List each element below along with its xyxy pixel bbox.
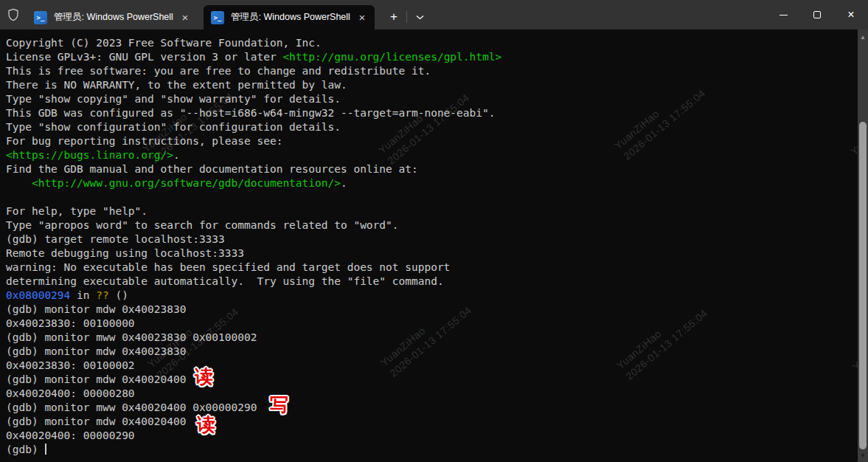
terminal-line: <https://bugs.linaro.org/>.: [6, 148, 856, 162]
tab-title: 管理员: Windows PowerShell: [54, 11, 178, 24]
terminal-line: (gdb) monitor mdw 0x40020400: [6, 373, 856, 387]
terminal-line: determining executable automatically. Tr…: [6, 275, 856, 289]
terminal-line: Type "apropos word" to search for comman…: [6, 218, 856, 232]
terminal-line: (gdb): [6, 443, 856, 457]
scroll-down-arrow[interactable]: ▼: [858, 450, 868, 461]
terminal-line: (gdb) monitor mdw 0x40020400: [6, 415, 856, 429]
terminal-line: (gdb) monitor mww 0x40020400 0x00000290: [6, 401, 856, 415]
terminal-window: >_ 管理员: Windows PowerShell × >_ 管理员: Win…: [0, 0, 868, 462]
scroll-up-arrow[interactable]: ▲: [858, 32, 868, 42]
tab-close-icon[interactable]: ×: [355, 11, 369, 24]
terminal-line: Remote debugging using localhost:3333: [6, 246, 856, 261]
tab-title: 管理员: Windows PowerShell: [231, 11, 355, 24]
titlebar: >_ 管理员: Windows PowerShell × >_ 管理员: Win…: [0, 0, 868, 30]
tab-powershell-2-active[interactable]: >_ 管理员: Windows PowerShell ×: [204, 5, 375, 30]
terminal-line: License GPLv3+: GNU GPL version 3 or lat…: [6, 50, 856, 64]
titlebar-divider: [406, 11, 407, 23]
minimize-icon: [780, 15, 788, 15]
tab-close-icon[interactable]: ×: [178, 11, 192, 24]
terminal-line: (gdb) monitor mdw 0x40023830: [6, 345, 856, 359]
scrollbar[interactable]: ▲ ▼: [858, 30, 868, 462]
powershell-icon: >_: [34, 11, 47, 24]
chevron-down-icon: [416, 15, 424, 20]
terminal-line: 0x40020400: 00000290: [6, 429, 856, 443]
terminal-line: For help, type "help".: [6, 204, 856, 218]
maximize-icon: [813, 11, 821, 18]
terminal-cursor: [45, 444, 46, 455]
maximize-button[interactable]: [800, 0, 834, 30]
terminal-viewport[interactable]: YuanZiHao2026-01-13 17:55:04YuanZiHao202…: [0, 30, 868, 462]
terminal-lines: Copyright (C) 2023 Free Software Foundat…: [6, 36, 856, 457]
terminal-line: (gdb) target remote localhost:3333: [6, 232, 856, 246]
terminal-line: For bug reporting instructions, please s…: [6, 134, 856, 148]
scrollbar-thumb[interactable]: [859, 122, 867, 449]
terminal-line: This is free software: you are free to c…: [6, 64, 856, 78]
tab-powershell-1[interactable]: >_ 管理员: Windows PowerShell ×: [27, 5, 198, 30]
terminal-line: (gdb) monitor mww 0x40023830 0x00100002: [6, 331, 856, 345]
tab-dropdown-button[interactable]: [409, 7, 430, 27]
terminal-line: This GDB was configured as "--host=i686-…: [6, 106, 856, 120]
terminal-line: 0x40023830: 00100002: [6, 359, 856, 373]
terminal-line: 0x08000294 in ?? (): [6, 289, 856, 303]
powershell-icon: >_: [211, 11, 224, 24]
terminal-line: 0x40023830: 00100000: [6, 317, 856, 331]
terminal-line: [6, 190, 856, 204]
terminal-line: 0x40020400: 00000280: [6, 387, 856, 401]
terminal-line: (gdb) monitor mdw 0x40023830: [6, 303, 856, 317]
new-tab-button[interactable]: +: [383, 7, 404, 27]
terminal-line: Type "show configuration" for configurat…: [6, 120, 856, 134]
terminal-line: Copyright (C) 2023 Free Software Foundat…: [6, 36, 856, 50]
terminal-line: Type "show copying" and "show warranty" …: [6, 92, 856, 106]
terminal-line: Find the GDB manual and other documentat…: [6, 162, 856, 176]
close-button[interactable]: ×: [834, 0, 868, 30]
terminal-line: There is NO WARRANTY, to the extent perm…: [6, 78, 856, 92]
terminal-line: <http://www.gnu.org/software/gdb/documen…: [6, 176, 856, 190]
admin-shield-icon: [0, 0, 27, 30]
terminal-line: warning: No executable has been specifie…: [6, 261, 856, 275]
minimize-button[interactable]: [766, 0, 800, 30]
close-icon: ×: [847, 9, 854, 21]
